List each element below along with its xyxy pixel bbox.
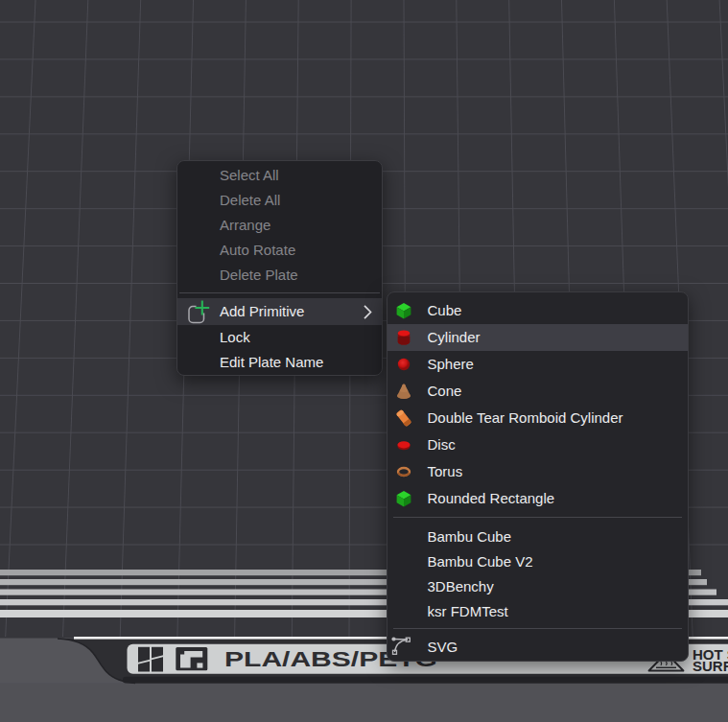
- svg-text:SURF: SURF: [693, 658, 728, 674]
